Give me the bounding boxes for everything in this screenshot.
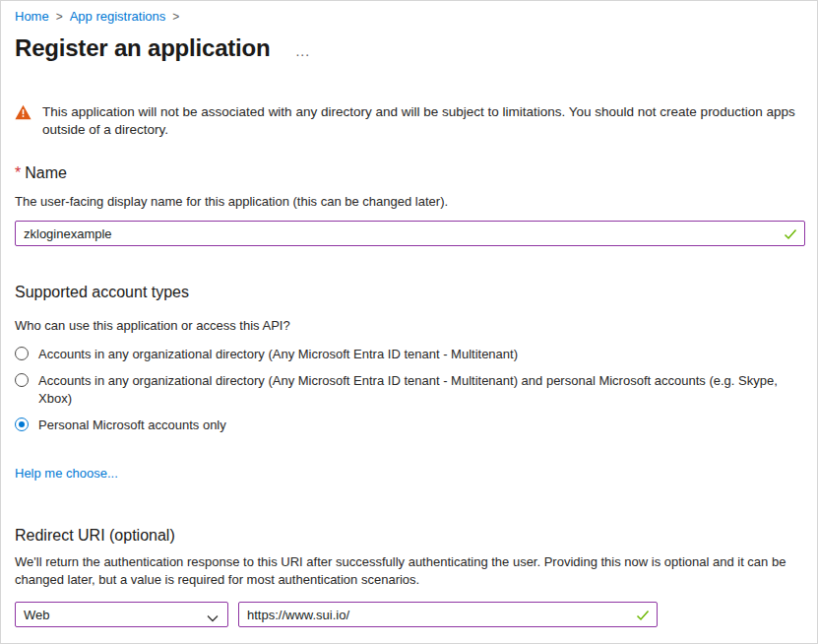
chevron-down-icon bbox=[207, 611, 219, 625]
radio-option-personal-only[interactable]: Personal Microsoft accounts only bbox=[15, 417, 803, 434]
name-field-label: *Name bbox=[15, 164, 803, 182]
radio-button-icon bbox=[15, 418, 29, 431]
redirect-uri-input[interactable] bbox=[238, 602, 658, 627]
account-types-question: Who can use this application or access t… bbox=[15, 318, 803, 333]
breadcrumb: Home > App registrations > bbox=[15, 9, 803, 24]
redirect-uri-controls: Web bbox=[15, 602, 803, 627]
name-field-description: The user-facing display name for this ap… bbox=[15, 194, 803, 209]
breadcrumb-app-registrations-link[interactable]: App registrations bbox=[70, 9, 166, 24]
redirect-uri-input-wrap bbox=[238, 602, 658, 627]
radio-option-label: Personal Microsoft accounts only bbox=[38, 417, 226, 434]
account-types-radio-group: Accounts in any organizational directory… bbox=[15, 346, 803, 434]
title-row: Register an application ... bbox=[15, 34, 803, 62]
help-me-choose-link[interactable]: Help me choose... bbox=[15, 466, 118, 481]
breadcrumb-separator-icon: > bbox=[56, 10, 63, 24]
redirect-uri-description: We'll return the authentication response… bbox=[15, 553, 802, 588]
radio-option-label: Accounts in any organizational directory… bbox=[38, 346, 518, 363]
supported-account-types-heading: Supported account types bbox=[15, 284, 803, 301]
register-application-page: Home > App registrations > Register an a… bbox=[0, 0, 818, 644]
more-options-icon[interactable]: ... bbox=[295, 37, 310, 59]
warning-triangle-icon bbox=[15, 104, 31, 124]
page-title: Register an application bbox=[15, 34, 270, 62]
platform-select[interactable]: Web bbox=[15, 602, 228, 627]
warning-banner: This application will not be associated … bbox=[15, 103, 803, 139]
radio-button-icon bbox=[15, 347, 29, 360]
warning-text: This application will not be associated … bbox=[42, 103, 803, 139]
radio-option-multitenant-personal[interactable]: Accounts in any organizational directory… bbox=[15, 372, 803, 408]
breadcrumb-home-link[interactable]: Home bbox=[15, 9, 49, 24]
radio-button-icon bbox=[15, 373, 29, 387]
platform-select-value: Web bbox=[24, 608, 50, 622]
breadcrumb-separator-icon: > bbox=[172, 10, 179, 24]
name-input-wrap bbox=[15, 221, 805, 246]
redirect-uri-heading: Redirect URI (optional) bbox=[15, 527, 803, 545]
radio-option-multitenant[interactable]: Accounts in any organizational directory… bbox=[15, 346, 803, 363]
radio-option-label: Accounts in any organizational directory… bbox=[38, 372, 788, 408]
required-asterisk: * bbox=[15, 164, 21, 181]
name-input[interactable] bbox=[15, 221, 805, 246]
